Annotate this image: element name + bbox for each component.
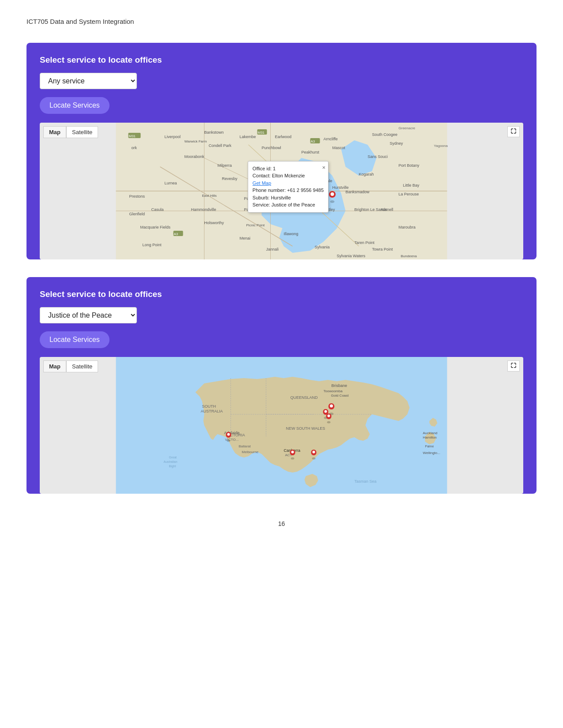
svg-text:Lurnea: Lurnea bbox=[165, 181, 177, 185]
svg-text:Sylvania: Sylvania bbox=[315, 245, 330, 249]
service-select-1[interactable]: Any service Justice of the Peace Legal A… bbox=[40, 73, 137, 89]
svg-point-109 bbox=[291, 458, 295, 460]
svg-text:Illawong: Illawong bbox=[284, 232, 299, 236]
expand-icon-2 bbox=[511, 363, 516, 368]
svg-text:Bight: Bight bbox=[169, 465, 176, 468]
svg-text:Sylvania Waters: Sylvania Waters bbox=[337, 254, 366, 258]
svg-point-108 bbox=[328, 415, 330, 417]
svg-text:Menai: Menai bbox=[240, 236, 251, 240]
svg-text:Taren Point: Taren Point bbox=[355, 240, 375, 245]
svg-text:M31: M31 bbox=[258, 131, 265, 135]
svg-text:Kogarah: Kogarah bbox=[359, 172, 374, 176]
popup-service: Service: Justice of the Peace bbox=[253, 201, 324, 209]
map-tab-2[interactable]: Map bbox=[43, 360, 66, 372]
svg-text:Glenfield: Glenfield bbox=[129, 212, 145, 216]
svg-text:Casula: Casula bbox=[151, 207, 164, 212]
svg-text:Bundeena: Bundeena bbox=[401, 254, 417, 258]
svg-point-107 bbox=[327, 421, 331, 424]
popup-suburb: Suburb: Hurstville bbox=[253, 194, 324, 202]
svg-text:Gold Coast: Gold Coast bbox=[331, 394, 349, 398]
svg-text:Bankstown: Bankstown bbox=[204, 130, 224, 135]
svg-text:Yagoona: Yagoona bbox=[434, 144, 448, 148]
svg-text:Auckland: Auckland bbox=[423, 431, 438, 435]
popup-contact: Contact: Elton Mckenzie bbox=[253, 172, 324, 180]
svg-text:Tasman Sea: Tasman Sea bbox=[355, 479, 377, 484]
svg-text:NEW SOUTH WALES: NEW SOUTH WALES bbox=[286, 426, 325, 431]
service-select-wrapper-2: Any service Justice of the Peace Legal A… bbox=[40, 307, 523, 323]
svg-point-69 bbox=[330, 200, 335, 203]
svg-text:A3: A3 bbox=[311, 139, 315, 143]
map-popup: × Office id: 1 Contact: Elton Mckenzie G… bbox=[248, 161, 329, 213]
svg-point-104 bbox=[330, 405, 333, 408]
section-2-card: Select service to locate offices Any ser… bbox=[26, 277, 537, 494]
map-expand-2[interactable] bbox=[507, 360, 520, 372]
map-controls-2: Map Satellite bbox=[43, 360, 98, 372]
svg-text:Sans Souci: Sans Souci bbox=[368, 154, 388, 159]
svg-text:Melbourne: Melbourne bbox=[242, 450, 259, 454]
svg-text:Holsworthy: Holsworthy bbox=[204, 221, 224, 225]
svg-text:Wellingto...: Wellingto... bbox=[423, 451, 440, 455]
section-1-card: Select service to locate offices Any ser… bbox=[26, 43, 537, 259]
service-select-2[interactable]: Any service Justice of the Peace Legal A… bbox=[40, 307, 137, 323]
svg-text:Warwick Farm: Warwick Farm bbox=[185, 139, 207, 143]
svg-text:Earlwood: Earlwood bbox=[275, 135, 292, 139]
section-1-title: Select service to locate offices bbox=[40, 55, 523, 65]
svg-text:Hammondville: Hammondville bbox=[191, 207, 216, 212]
svg-point-112 bbox=[313, 451, 315, 454]
svg-point-111 bbox=[312, 458, 316, 460]
section-2-title: Select service to locate offices bbox=[40, 289, 523, 299]
satellite-tab-1[interactable]: Satellite bbox=[66, 126, 98, 138]
svg-point-113 bbox=[227, 440, 230, 442]
map-expand-1[interactable] bbox=[507, 126, 520, 137]
svg-text:Mascot: Mascot bbox=[333, 146, 346, 150]
popup-close[interactable]: × bbox=[322, 163, 325, 172]
svg-text:Milperra: Milperra bbox=[218, 163, 232, 168]
map-controls-1: Map Satellite bbox=[43, 126, 98, 138]
svg-text:Prestons: Prestons bbox=[129, 194, 145, 199]
svg-text:Maroubra: Maroubra bbox=[399, 225, 416, 229]
locate-services-button-2[interactable]: Locate Services bbox=[40, 331, 110, 348]
expand-icon-1 bbox=[511, 128, 516, 134]
svg-text:ork: ork bbox=[132, 146, 137, 150]
svg-text:Liverpool: Liverpool bbox=[165, 135, 181, 139]
svg-text:Hamilton: Hamilton bbox=[423, 435, 437, 439]
popup-phone: Phone number: +61 2 9556 9485 bbox=[253, 187, 324, 194]
svg-text:Punchbowl: Punchbowl bbox=[262, 146, 281, 150]
satellite-tab-2[interactable]: Satellite bbox=[66, 360, 98, 372]
page-number: 16 bbox=[278, 520, 285, 527]
svg-point-114 bbox=[227, 433, 230, 436]
svg-text:Arncliffe: Arncliffe bbox=[324, 137, 338, 141]
map-container-2: SOUTH AUSTRALIA QUEENSLAND NEW SOUTH WAL… bbox=[40, 357, 523, 494]
page-header: ICT705 Data and System Integration bbox=[0, 0, 563, 34]
service-select-wrapper-1: Any service Justice of the Peace Legal A… bbox=[40, 73, 523, 89]
svg-text:Banksmadow: Banksmadow bbox=[346, 190, 370, 194]
svg-text:Long Point: Long Point bbox=[143, 243, 162, 247]
svg-text:Peakhurst: Peakhurst bbox=[302, 150, 320, 154]
svg-text:SOUTH: SOUTH bbox=[202, 404, 216, 409]
svg-text:Australian: Australian bbox=[164, 460, 178, 463]
svg-text:South Coogee: South Coogee bbox=[372, 132, 398, 137]
svg-text:La Perouse: La Perouse bbox=[399, 192, 419, 196]
map-tab-1[interactable]: Map bbox=[43, 126, 66, 138]
svg-text:Little Bay: Little Bay bbox=[403, 183, 420, 188]
svg-text:Sydney: Sydney bbox=[390, 141, 404, 146]
svg-text:Macquarie Fields: Macquarie Fields bbox=[140, 225, 171, 229]
svg-text:QUEENSLAND: QUEENSLAND bbox=[291, 395, 318, 400]
svg-text:Towra Point: Towra Point bbox=[372, 247, 393, 251]
svg-text:A3: A3 bbox=[174, 232, 178, 236]
popup-link[interactable]: Get Map bbox=[253, 180, 324, 187]
svg-text:Hurstville: Hurstville bbox=[333, 185, 349, 190]
map-container-1: Prestons Casula Lurnea Hammondville Hols… bbox=[40, 123, 523, 259]
svg-text:Port Botany: Port Botany bbox=[399, 163, 420, 168]
map2-svg: SOUTH AUSTRALIA QUEENSLAND NEW SOUTH WAL… bbox=[40, 357, 523, 494]
header-title: ICT705 Data and System Integration bbox=[26, 18, 134, 25]
svg-text:Picnic Point: Picnic Point bbox=[246, 223, 265, 227]
locate-services-button-1[interactable]: Locate Services bbox=[40, 97, 110, 114]
svg-point-106 bbox=[325, 410, 327, 413]
svg-text:Brisbane: Brisbane bbox=[332, 383, 348, 388]
svg-text:Condell Park: Condell Park bbox=[209, 143, 232, 148]
svg-point-110 bbox=[291, 451, 294, 454]
page-footer: 16 bbox=[0, 503, 563, 536]
svg-text:Moorabonk: Moorabonk bbox=[185, 154, 205, 159]
svg-text:Ballarat: Ballarat bbox=[239, 444, 251, 448]
